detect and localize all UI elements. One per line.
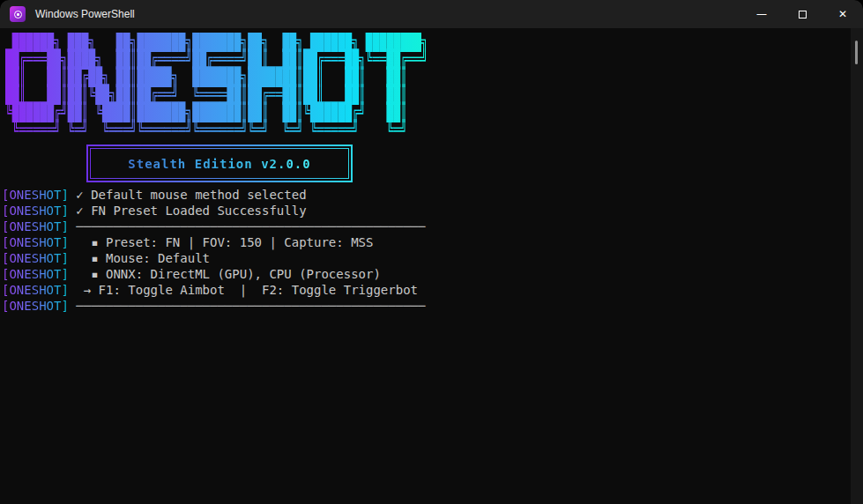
console-message: ▪ ONNX: DirectML (GPU), CPU (Processor): [69, 267, 381, 281]
console-line: [ONESHOT] ▪ Preset: FN | FOV: 150 | Capt…: [2, 234, 425, 250]
console-prefix: [ONESHOT]: [2, 219, 69, 233]
scrollbar-thumb[interactable]: [855, 41, 858, 64]
version-label: Stealth Edition v2.0.0: [128, 157, 310, 171]
powershell-window: Windows PowerShell — ✕ ██████╗ ███╗ ██╗█…: [0, 0, 863, 504]
console-separator: ────────────────────────────────────────…: [69, 219, 426, 233]
app-icon-glyph: [14, 11, 22, 19]
close-button[interactable]: ✕: [822, 0, 863, 28]
app-icon: [10, 6, 26, 22]
close-icon: ✕: [838, 8, 847, 20]
console-line: [ONESHOT] ▪ ONNX: DirectML (GPU), CPU (P…: [2, 266, 425, 282]
console-line: [ONESHOT] ✓ Default mouse method selecte…: [2, 187, 425, 203]
console-prefix: [ONESHOT]: [2, 267, 69, 281]
console-prefix: [ONESHOT]: [2, 299, 69, 313]
console-message: ▪ Mouse: Default: [69, 251, 210, 265]
console-separator: ────────────────────────────────────────…: [69, 299, 426, 313]
version-box-inner: Stealth Edition v2.0.0: [90, 148, 349, 179]
version-box: Stealth Edition v2.0.0: [86, 145, 353, 182]
console-line: [ONESHOT] ▪ Mouse: Default: [2, 250, 425, 266]
maximize-button[interactable]: [782, 0, 822, 28]
console-line: [ONESHOT] → F1: Toggle Aimbot | F2: Togg…: [2, 282, 425, 298]
title-bar[interactable]: Windows PowerShell — ✕: [0, 0, 863, 28]
console-message: → F1: Toggle Aimbot | F2: Toggle Trigger…: [69, 283, 418, 297]
console-prefix: [ONESHOT]: [2, 283, 69, 297]
console-prefix: [ONESHOT]: [2, 235, 69, 249]
ascii-banner: ██████╗ ███╗ ██╗███████╗███████╗██╗ ██╗ …: [5, 33, 428, 138]
console-output: [ONESHOT] ✓ Default mouse method selecte…: [2, 187, 425, 314]
window-title: Windows PowerShell: [35, 8, 135, 20]
console-line: [ONESHOT] ✓ FN Preset Loaded Successfull…: [2, 203, 425, 219]
minimize-icon: —: [756, 8, 767, 20]
terminal-content: ██████╗ ███╗ ██╗███████╗███████╗██╗ ██╗ …: [0, 28, 863, 504]
console-message: ✓ Default mouse method selected: [69, 188, 307, 202]
console-message: ✓ FN Preset Loaded Successfully: [69, 204, 307, 218]
console-message: ▪ Preset: FN | FOV: 150 | Capture: MSS: [69, 235, 374, 249]
console-line: [ONESHOT] ──────────────────────────────…: [2, 219, 425, 234]
scrollbar[interactable]: [851, 28, 863, 504]
console-line: [ONESHOT] ──────────────────────────────…: [2, 298, 425, 314]
console-prefix: [ONESHOT]: [2, 204, 69, 218]
minimize-button[interactable]: —: [741, 0, 782, 28]
console-prefix: [ONESHOT]: [2, 251, 69, 265]
console-prefix: [ONESHOT]: [2, 188, 69, 202]
maximize-icon: [799, 11, 807, 19]
window-controls: — ✕: [741, 0, 863, 28]
